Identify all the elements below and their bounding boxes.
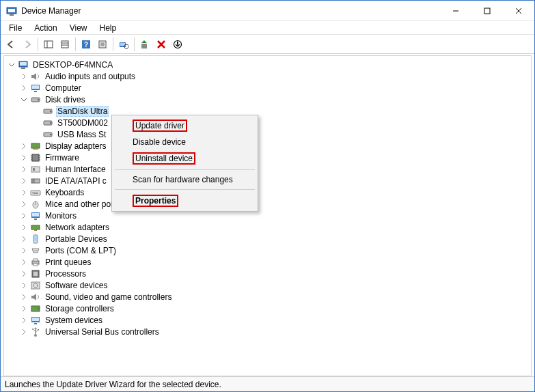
display-adapter-icon	[30, 141, 41, 152]
action-button[interactable]	[95, 37, 110, 52]
tree-node-ports[interactable]: Ports (COM & LPT)	[19, 244, 531, 256]
ctx-update-driver[interactable]: Update driver	[113, 117, 256, 135]
toolbar-separator	[75, 38, 76, 51]
chevron-right-icon[interactable]	[19, 269, 29, 279]
tree-label: Software devices	[44, 281, 109, 290]
chevron-right-icon[interactable]	[19, 211, 29, 221]
device-tree[interactable]: DESKTOP-6F4MNCA Audio inputs and outputs…	[3, 55, 532, 376]
ctx-scan-hardware[interactable]: Scan for hardware changes	[113, 172, 256, 187]
storage-icon	[30, 303, 41, 314]
uninstall-button[interactable]	[154, 37, 169, 52]
chevron-right-icon[interactable]	[19, 165, 29, 174]
chevron-right-icon[interactable]	[19, 316, 29, 325]
tree-node-system[interactable]: System devices	[19, 314, 531, 326]
tree-node-sandisk[interactable]: SanDisk Ultra	[31, 105, 531, 117]
chevron-right-icon[interactable]	[19, 304, 29, 313]
tree-node-audio[interactable]: Audio inputs and outputs	[19, 70, 531, 82]
forward-button[interactable]	[20, 37, 35, 52]
port-icon	[30, 245, 41, 256]
tree-node-st500[interactable]: ST500DM002	[31, 117, 531, 128]
ctx-uninstall-device[interactable]: Uninstall device	[113, 150, 256, 167]
tree-node-disk[interactable]: Disk drives	[19, 94, 531, 105]
ctx-label: Scan for hardware changes	[133, 175, 233, 184]
tree-node-ide[interactable]: IDE ATA/ATAPI c	[19, 175, 531, 186]
tree-node-hid[interactable]: Human Interface	[19, 163, 531, 175]
menu-bar: File Action View Help	[1, 21, 534, 35]
status-bar: Launches the Update Driver Wizard for th…	[1, 376, 534, 391]
minimize-button[interactable]	[440, 1, 471, 20]
portable-icon	[30, 234, 41, 244]
svg-rect-42	[32, 154, 39, 161]
chevron-down-icon[interactable]	[19, 95, 29, 104]
chevron-right-icon[interactable]	[19, 153, 29, 163]
tree-node-printq[interactable]: Print queues	[19, 256, 531, 268]
tree-node-usbmass[interactable]: USB Mass St	[31, 128, 531, 140]
chevron-right-icon[interactable]	[19, 199, 29, 209]
menu-view[interactable]: View	[64, 22, 93, 34]
svg-rect-73	[33, 264, 38, 266]
tree-node-portable[interactable]: Portable Devices	[19, 233, 531, 244]
window-title: Device Manager	[21, 6, 440, 16]
tree-node-keyboards[interactable]: Keyboards	[19, 186, 531, 198]
svg-rect-4	[484, 8, 490, 14]
chevron-right-icon[interactable]	[19, 83, 29, 93]
svg-rect-2	[10, 14, 14, 16]
tree-node-network[interactable]: Network adapters	[19, 221, 531, 233]
tree-node-processors[interactable]: Processors	[19, 268, 531, 279]
menu-help[interactable]: Help	[94, 22, 122, 34]
tree-node-mice[interactable]: Mice and other pointing devices	[19, 198, 531, 210]
keyboard-icon	[30, 187, 41, 198]
chevron-right-icon[interactable]	[19, 234, 29, 244]
chevron-right-icon[interactable]	[19, 188, 29, 197]
ctx-separator	[115, 169, 255, 170]
svg-rect-75	[33, 272, 38, 276]
ctx-disable-device[interactable]: Disable device	[113, 135, 256, 150]
tree-node-usb[interactable]: Universal Serial Bus controllers	[19, 326, 531, 337]
ctx-label: Disable device	[133, 137, 186, 147]
help-button[interactable]: ?	[79, 37, 94, 52]
tree-node-monitors[interactable]: Monitors	[19, 210, 531, 221]
svg-rect-40	[31, 143, 40, 148]
update-driver-button[interactable]	[137, 37, 152, 52]
svg-marker-89	[34, 327, 37, 329]
tree-label: USB Mass St	[56, 130, 107, 139]
disk-icon	[42, 117, 53, 128]
chevron-right-icon[interactable]	[19, 246, 29, 255]
properties-button[interactable]	[57, 37, 72, 52]
disable-button[interactable]	[170, 37, 185, 52]
chevron-down-icon[interactable]	[7, 60, 16, 70]
chevron-right-icon[interactable]	[19, 327, 29, 337]
tree-label: Monitors	[44, 211, 78, 221]
tree-node-storage[interactable]: Storage controllers	[19, 303, 531, 314]
chevron-right-icon[interactable]	[19, 223, 29, 232]
ctx-properties[interactable]: Properties	[113, 192, 256, 210]
tree-node-computer[interactable]: Computer	[19, 82, 531, 94]
tree-node-sound[interactable]: Sound, video and game controllers	[19, 291, 531, 303]
close-button[interactable]	[503, 1, 534, 20]
toolbar-separator	[38, 38, 38, 51]
chevron-right-icon[interactable]	[19, 257, 29, 267]
tree-label: IDE ATA/ATAPI c	[44, 176, 108, 186]
svg-rect-21	[141, 44, 147, 48]
chevron-right-icon[interactable]	[19, 176, 29, 186]
tree-node-display[interactable]: Display adapters	[19, 140, 531, 152]
tree-node-firmware[interactable]: Firmware	[19, 152, 531, 163]
menu-file[interactable]: File	[3, 22, 27, 34]
svg-rect-49	[31, 167, 40, 172]
maximize-button[interactable]	[471, 1, 503, 20]
tree-label: Processors	[44, 269, 87, 279]
tree-root[interactable]: DESKTOP-6F4MNCA	[7, 59, 531, 70]
chevron-right-icon[interactable]	[19, 292, 29, 302]
chip-icon	[30, 152, 41, 163]
svg-point-68	[33, 250, 34, 251]
monitor-icon	[30, 83, 41, 94]
chevron-right-icon[interactable]	[19, 141, 29, 151]
menu-action[interactable]: Action	[29, 22, 62, 34]
chevron-right-icon[interactable]	[19, 281, 29, 290]
scan-hardware-button[interactable]	[116, 37, 131, 52]
show-hide-console-tree-button[interactable]	[41, 37, 56, 52]
back-button[interactable]	[3, 37, 18, 52]
chevron-right-icon[interactable]	[19, 72, 29, 81]
tree-node-software[interactable]: Software devices	[19, 279, 531, 291]
highlight-box: Properties	[133, 195, 178, 207]
